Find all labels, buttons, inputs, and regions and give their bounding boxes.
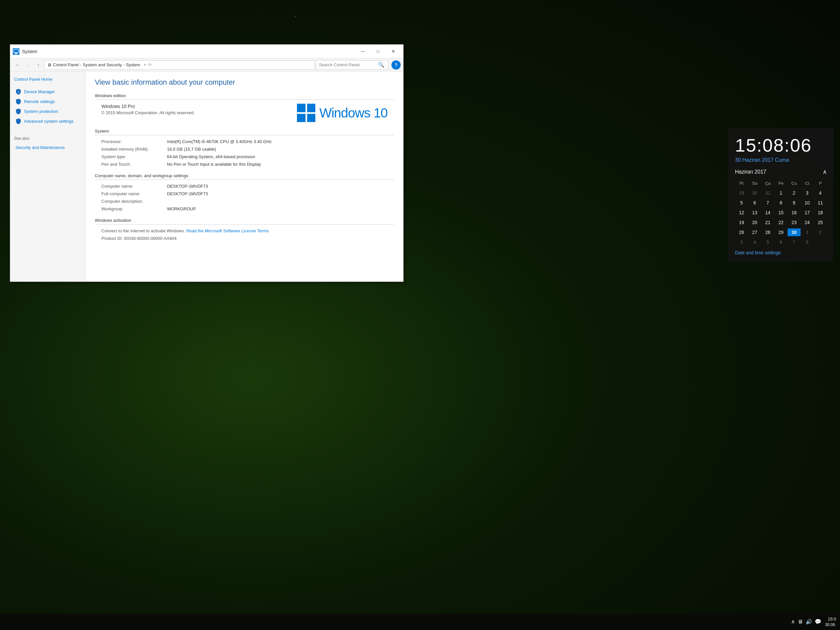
back-button[interactable]: ←	[13, 60, 22, 69]
cal-8[interactable]: 8	[774, 199, 788, 207]
close-button[interactable]: ✕	[385, 46, 401, 57]
address-system-security: System and Security	[83, 62, 122, 67]
ram-label: Installed memory (RAM):	[101, 147, 167, 152]
cal-30-today[interactable]: 30	[788, 228, 801, 236]
cal-21[interactable]: 21	[761, 218, 774, 226]
cal-16[interactable]: 16	[788, 209, 801, 216]
sidebar-home-link[interactable]: Control Panel Home	[14, 77, 81, 82]
cal-28[interactable]: 28	[761, 228, 774, 236]
minimize-button[interactable]: —	[355, 46, 371, 57]
cal-17[interactable]: 17	[801, 209, 814, 216]
cal-23[interactable]: 23	[788, 218, 801, 226]
calendar-up-button[interactable]: ∧	[823, 168, 827, 175]
search-input[interactable]	[319, 62, 378, 67]
cal-2[interactable]: 2	[788, 189, 801, 197]
cal-12[interactable]: 12	[735, 209, 748, 216]
cal-22[interactable]: 22	[774, 218, 788, 226]
sidebar-item-security-maintenance[interactable]: Security and Maintenance	[14, 144, 81, 152]
tray-network-icon[interactable]: 🖥	[798, 619, 803, 625]
system-protection-label: System protection	[24, 109, 58, 114]
page-title: View basic information about your comput…	[95, 78, 394, 87]
sidebar: Control Panel Home i Device Manager Remo…	[10, 71, 86, 281]
help-button[interactable]: ?	[392, 60, 401, 69]
cal-13[interactable]: 13	[748, 209, 761, 216]
cal-15[interactable]: 15	[774, 209, 788, 216]
cal-7[interactable]: 7	[761, 199, 774, 207]
description-label: Computer description:	[101, 199, 167, 204]
cal-18[interactable]: 18	[814, 209, 827, 216]
shield-icon-advanced-settings	[16, 118, 21, 124]
up-button[interactable]: ↑	[34, 60, 43, 69]
cal-26[interactable]: 26	[735, 228, 748, 236]
cal-31-prev[interactable]: 31	[761, 189, 774, 197]
cal-25[interactable]: 25	[814, 218, 827, 226]
cal-4[interactable]: 4	[814, 189, 827, 197]
cal-3[interactable]: 3	[801, 189, 814, 197]
address-system: System	[126, 62, 140, 67]
edition-name: Windows 10 Pro	[101, 104, 194, 109]
cal-7-next[interactable]: 7	[788, 238, 801, 246]
calendar-week-6: 3 4 5 6 7 8	[735, 238, 827, 246]
cal-1-next[interactable]: 1	[801, 228, 814, 236]
cal-30-prev[interactable]: 30	[748, 189, 761, 197]
windows-logo-text: Windows 10	[319, 106, 387, 120]
cal-24[interactable]: 24	[801, 218, 814, 226]
tray-icons: ∧ 🖥 🔊 💬	[791, 619, 821, 625]
system-section: System Processor: Intel(R) Core(TM) i5-4…	[95, 129, 394, 167]
cal-11[interactable]: 11	[814, 199, 827, 207]
date-time-settings-link[interactable]: Date and time settings	[735, 250, 827, 255]
forward-button[interactable]: →	[23, 60, 33, 69]
cal-3-next[interactable]: 3	[735, 238, 748, 246]
tray-volume-icon[interactable]: 🔊	[805, 619, 812, 625]
cal-4-next[interactable]: 4	[748, 238, 761, 246]
address-bar[interactable]: 🖥 Control Panel › System and Security › …	[44, 60, 315, 69]
day-header-pt: Pt	[735, 180, 748, 187]
cal-20[interactable]: 20	[748, 218, 761, 226]
sidebar-item-system-protection[interactable]: System protection	[14, 107, 81, 116]
address-icon: 🖥	[47, 62, 52, 67]
cal-29[interactable]: 29	[774, 228, 788, 236]
taskbar-clock[interactable]: 15:0 30.06.	[825, 616, 836, 628]
monitor-icon	[13, 49, 19, 54]
workgroup-label: Workgroup:	[101, 206, 167, 211]
activation-link[interactable]: Read the Microsoft Software License Term…	[186, 228, 269, 233]
calendar-header: Haziran 2017 ∧	[735, 168, 827, 175]
sidebar-item-remote-settings[interactable]: Remote settings	[14, 97, 81, 106]
tray-expand-icon[interactable]: ∧	[791, 619, 795, 625]
maximize-button[interactable]: □	[371, 46, 385, 57]
cal-27[interactable]: 27	[748, 228, 761, 236]
cal-9[interactable]: 9	[788, 199, 801, 207]
cal-5-next[interactable]: 5	[761, 238, 774, 246]
taskbar-date-display: 30.06.	[825, 622, 836, 628]
sidebar-item-advanced-settings[interactable]: Advanced system settings	[14, 117, 81, 126]
refresh-icon[interactable]: ⟳	[148, 62, 152, 67]
logo-quad-bl	[297, 114, 305, 122]
calendar-days-header: Pt Sa Ça Pe Cu Ct P	[735, 180, 827, 187]
cal-8-next[interactable]: 8	[801, 238, 814, 246]
calendar-month: Haziran 2017	[735, 169, 766, 175]
windows-edition-header: Windows edition	[95, 93, 394, 100]
cal-2-next[interactable]: 2	[814, 228, 827, 236]
sidebar-item-device-manager[interactable]: i Device Manager	[14, 87, 81, 96]
computer-info-rows: Computer name: DESKTOP-1MVDF73 Full comp…	[95, 184, 394, 211]
right-panel: View basic information about your comput…	[86, 71, 403, 281]
cal-5[interactable]: 5	[735, 199, 748, 207]
cal-14[interactable]: 14	[761, 209, 774, 216]
logo-quad-tr	[307, 104, 316, 112]
cal-6-next[interactable]: 6	[774, 238, 788, 246]
pen-touch-value: No Pen or Touch Input is available for t…	[167, 162, 261, 167]
cal-29-prev[interactable]: 29	[735, 189, 748, 197]
cal-19[interactable]: 19	[735, 218, 748, 226]
window-controls: — □ ✕	[355, 46, 401, 57]
shield-icon-device-manager: i	[16, 88, 21, 95]
ram-row: Installed memory (RAM): 16,0 GB (15,7 GB…	[101, 147, 394, 152]
cal-10[interactable]: 10	[801, 199, 814, 207]
search-box[interactable]: 🔍	[316, 60, 388, 69]
cal-1[interactable]: 1	[774, 189, 788, 197]
tray-message-icon[interactable]: 💬	[815, 619, 821, 625]
computer-name-row: Computer name: DESKTOP-1MVDF73	[101, 184, 394, 189]
day-header-sa: Sa	[748, 180, 761, 187]
navigation-bar: ← → ↑ 🖥 Control Panel › System and Secur…	[10, 58, 403, 71]
address-dropdown-icon[interactable]: ▾	[144, 63, 146, 67]
cal-6[interactable]: 6	[748, 199, 761, 207]
